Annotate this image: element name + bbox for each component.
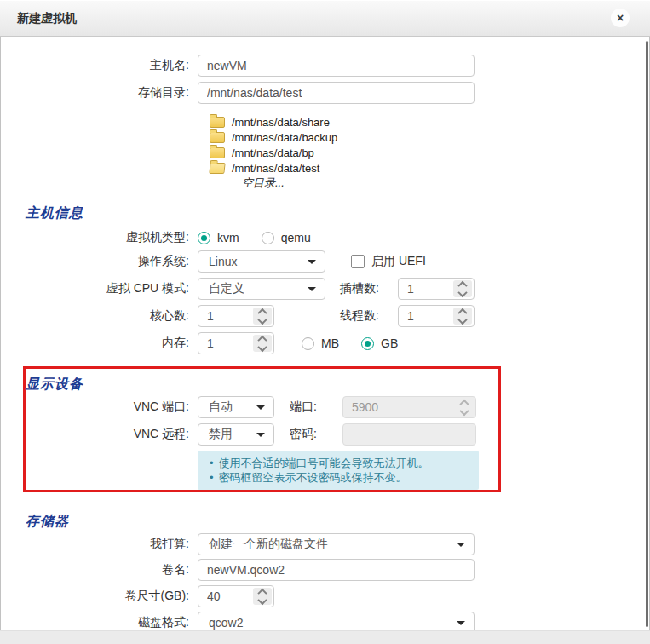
stepper-arrows-icon[interactable] <box>453 308 472 325</box>
vnc-port-mode-label: VNC 端口: <box>0 400 198 415</box>
radio-gb[interactable] <box>361 337 374 350</box>
dialog-footer <box>0 630 650 644</box>
chevron-down-icon <box>308 287 316 291</box>
sockets-label: 插槽数: <box>325 281 388 296</box>
radio-qemu-label: qemu <box>281 231 311 244</box>
radio-mb[interactable] <box>302 337 314 350</box>
folder-path: /mnt/nas/data/test <box>232 162 319 175</box>
vertical-scrollbar[interactable] <box>646 41 648 627</box>
uefi-checkbox[interactable] <box>351 255 365 268</box>
radio-kvm[interactable] <box>198 232 210 244</box>
vnc-remote-row: VNC 远程: 禁用 密码: <box>0 423 476 446</box>
vm-type-row: 虚拟机类型: kvm qemu <box>0 227 311 249</box>
volume-name-row: 卷名: <box>0 559 475 581</box>
folder-item[interactable]: /mnt/nas/data/share <box>210 114 337 129</box>
radio-kvm-label: kvm <box>217 231 239 244</box>
folder-item[interactable]: /mnt/nas/data/bp <box>210 145 337 160</box>
folder-item-selected[interactable]: /mnt/nas/data/test <box>210 160 337 175</box>
chevron-down-icon <box>457 621 465 625</box>
password-input <box>342 423 476 446</box>
memory-label: 内存: <box>0 336 198 351</box>
folder-path: /mnt/nas/data/backup <box>232 131 337 144</box>
vnc-remote-select[interactable]: 禁用 <box>198 423 274 446</box>
disk-format-label: 磁盘格式: <box>0 615 198 630</box>
section-display: 显示设备 <box>26 376 83 394</box>
os-select[interactable]: Linux <box>198 250 325 273</box>
threads-label: 线程数: <box>274 308 388 324</box>
vnc-remote-value: 禁用 <box>209 427 233 442</box>
memory-row: 内存: MB GB <box>0 332 398 354</box>
volume-size-stepper <box>198 585 274 607</box>
volume-name-label: 卷名: <box>0 562 198 578</box>
note-line: 密码框留空表示不设密码或保持不变。 <box>206 470 470 485</box>
chevron-down-icon <box>256 433 265 437</box>
vm-type-label: 虚拟机类型: <box>0 230 198 245</box>
os-row: 操作系统: Linux 启用 UEFI <box>0 250 426 273</box>
cpu-mode-row: 虚拟 CPU 模式: 自定义 插槽数: <box>0 278 475 300</box>
empty-dir-note: 空目录... <box>242 175 337 191</box>
vnc-port-mode-value: 自动 <box>209 400 233 415</box>
cpu-mode-select-value: 自定义 <box>209 281 244 296</box>
vnc-notes: 使用不合适的端口号可能会导致无法开机。 密码框留空表示不设密码或保持不变。 <box>198 451 479 490</box>
section-storage: 存储器 <box>26 513 69 531</box>
intent-value: 创建一个新的磁盘文件 <box>209 537 328 552</box>
cores-stepper <box>198 305 274 327</box>
folder-path: /mnt/nas/data/share <box>232 116 330 129</box>
hostname-input[interactable] <box>198 55 475 77</box>
chevron-down-icon <box>256 405 265 410</box>
cpu-mode-label: 虚拟 CPU 模式: <box>0 281 198 296</box>
storage-dir-label: 存储目录: <box>0 85 198 101</box>
folder-list: /mnt/nas/data/share /mnt/nas/data/backup… <box>210 114 337 191</box>
dialog-title: 新建虚拟机 <box>17 0 77 36</box>
volume-name-input[interactable] <box>198 559 475 581</box>
close-icon[interactable]: × <box>611 9 630 27</box>
chevron-down-icon <box>457 543 465 547</box>
vnc-port-row: VNC 端口: 自动 端口: <box>0 396 476 418</box>
password-label: 密码: <box>274 427 325 442</box>
os-select-value: Linux <box>209 255 237 268</box>
intent-select[interactable]: 创建一个新的磁盘文件 <box>198 533 475 555</box>
os-label: 操作系统: <box>0 254 198 269</box>
disk-format-value: qcow2 <box>209 616 243 630</box>
stepper-arrows-icon[interactable] <box>253 335 272 352</box>
vnc-remote-label: VNC 远程: <box>0 427 198 442</box>
folder-path: /mnt/nas/data/bp <box>232 147 314 159</box>
threads-stepper <box>398 305 475 327</box>
storage-dir-row: 存储目录: <box>0 82 475 104</box>
hostname-row: 主机名: <box>0 55 475 77</box>
dialog-titlebar: 新建虚拟机 × <box>0 0 650 37</box>
folder-icon <box>210 147 225 158</box>
sockets-stepper <box>398 278 475 300</box>
intent-row: 我打算: 创建一个新的磁盘文件 <box>0 533 475 555</box>
folder-item[interactable]: /mnt/nas/data/backup <box>210 129 337 145</box>
radio-qemu[interactable] <box>262 232 274 244</box>
section-host-info: 主机信息 <box>26 204 83 222</box>
folder-icon <box>210 132 225 143</box>
storage-dir-input[interactable] <box>198 82 475 104</box>
cpu-mode-select[interactable]: 自定义 <box>198 278 325 300</box>
new-vm-dialog: { "dialog": { "title": "新建虚拟机", "close_i… <box>0 0 650 644</box>
radio-gb-label: GB <box>381 336 398 350</box>
memory-stepper <box>198 332 274 354</box>
cores-row: 核心数: 线程数: <box>0 305 475 327</box>
vnc-port-mode-select[interactable]: 自动 <box>198 396 274 418</box>
stepper-arrows-icon[interactable] <box>253 588 272 605</box>
note-line: 使用不合适的端口号可能会导致无法开机。 <box>206 456 470 470</box>
port-stepper <box>342 396 476 418</box>
volume-size-label: 卷尺寸(GB): <box>0 589 198 604</box>
chevron-down-icon <box>308 260 316 264</box>
stepper-arrows-icon <box>455 399 474 416</box>
port-label: 端口: <box>274 400 325 415</box>
stepper-arrows-icon[interactable] <box>253 308 272 325</box>
open-folder-icon <box>209 163 225 174</box>
stepper-arrows-icon[interactable] <box>453 280 472 297</box>
cores-label: 核心数: <box>0 308 198 324</box>
hostname-label: 主机名: <box>0 58 198 73</box>
folder-icon <box>210 117 225 128</box>
radio-mb-label: MB <box>321 336 339 350</box>
intent-label: 我打算: <box>0 537 198 552</box>
uefi-label: 启用 UEFI <box>371 254 426 269</box>
volume-size-row: 卷尺寸(GB): <box>0 585 274 607</box>
